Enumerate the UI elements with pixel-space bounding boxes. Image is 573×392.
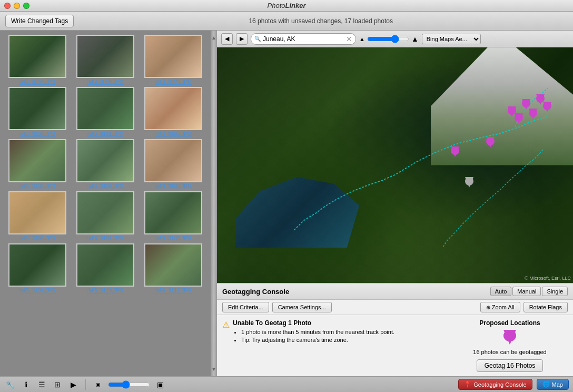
console-right: Proposed Locations 16 photos can be geot… bbox=[452, 319, 568, 372]
mode-auto-button[interactable]: Auto bbox=[490, 287, 512, 296]
geotagging-console-tab[interactable]: 📍 Geotagging Console bbox=[458, 379, 532, 390]
console-body: ⚠ Unable To Geotag 1 Photo 1 photo is mo… bbox=[217, 315, 573, 376]
main-toolbar: Write Changed Tags 16 photos with unsave… bbox=[0, 12, 573, 31]
zoom-all-button[interactable]: ⊕ Zoom All bbox=[480, 302, 520, 312]
photo-thumbnail bbox=[76, 87, 134, 130]
photo-item[interactable]: IMG_3098.JPG bbox=[72, 35, 138, 85]
photo-grid: IMG_3097.JPG IMG_3098.JPG IMG_3099.JPG I… bbox=[0, 31, 211, 298]
photo-item[interactable]: IMG_3100.JPG bbox=[4, 87, 70, 137]
photo-label: IMG_3098.JPG bbox=[87, 79, 124, 85]
map-marker[interactable] bbox=[543, 102, 551, 112]
write-tags-button[interactable]: Write Changed Tags bbox=[5, 15, 74, 27]
grid-view-icon[interactable]: ⊞ bbox=[52, 379, 63, 390]
map-type-select[interactable]: Bing Maps Ae... Bing Maps Road OpenStree… bbox=[422, 34, 481, 44]
photo-thumbnail bbox=[8, 243, 66, 287]
warning-title: Unable To Geotag 1 Photo bbox=[233, 319, 394, 327]
separator bbox=[85, 379, 86, 390]
map-background bbox=[217, 47, 573, 283]
window-controls bbox=[4, 3, 29, 9]
warning-list: 1 photo is more than 5 minutes from the … bbox=[233, 329, 394, 343]
map-marker-gray[interactable] bbox=[465, 177, 473, 188]
edit-criteria-button[interactable]: Edit Criteria... bbox=[222, 302, 269, 312]
photo-item[interactable]: IMG_3101.JPG bbox=[72, 87, 138, 137]
geotagging-console: Geotagging Console Auto Manual Single Ed… bbox=[217, 283, 573, 376]
console-header: Geotagging Console Auto Manual Single bbox=[217, 283, 573, 300]
svg-rect-5 bbox=[146, 88, 201, 129]
geotag-button[interactable]: Geotag 16 Photos bbox=[477, 359, 544, 372]
map-marker[interactable] bbox=[451, 146, 459, 157]
svg-rect-8 bbox=[146, 140, 201, 181]
map-attribution: © Microsoft, Esri, LLC bbox=[525, 276, 571, 281]
photo-thumbnail bbox=[8, 139, 66, 182]
warning-item: 1 photo is more than 5 minutes from the … bbox=[241, 329, 394, 335]
photo-thumbnail bbox=[76, 35, 134, 78]
mode-manual-button[interactable]: Manual bbox=[512, 287, 541, 296]
zoom-in-icon: ▲ bbox=[411, 35, 419, 43]
map-marker[interactable] bbox=[529, 109, 537, 119]
photo-thumbnail bbox=[8, 191, 66, 234]
rotate-flags-button[interactable]: Rotate Flags bbox=[523, 302, 568, 312]
photo-thumbnail bbox=[76, 191, 134, 234]
photo-item[interactable]: IMG_3107.JPG bbox=[72, 191, 138, 241]
svg-rect-9 bbox=[9, 192, 65, 233]
photo-item[interactable]: IMG_3108.JPG bbox=[141, 191, 206, 241]
photo-item[interactable]: IMG_3099.JPG bbox=[141, 35, 206, 85]
panel-divider: ▲ ▼ bbox=[211, 31, 217, 376]
photo-label: IMG_3108.JPG bbox=[155, 236, 192, 241]
photo-label: IMG_3103.JPG bbox=[19, 183, 55, 189]
info-icon[interactable]: ℹ bbox=[20, 379, 32, 390]
mode-buttons: Auto Manual Single bbox=[490, 287, 568, 296]
forward-button[interactable]: ▶ bbox=[236, 33, 248, 45]
map-tab-icon: 🌐 bbox=[542, 381, 550, 388]
back-button[interactable]: ◀ bbox=[221, 33, 233, 45]
marker-pin-gray-icon bbox=[465, 177, 473, 188]
photo-item[interactable]: IMG_3109.JPG bbox=[4, 243, 70, 293]
photo-item[interactable]: IMG_3106.JPG bbox=[4, 191, 70, 241]
search-box[interactable]: 🔍 ✕ bbox=[251, 33, 356, 45]
map-marker[interactable] bbox=[486, 137, 495, 148]
tools-icon[interactable]: 🔧 bbox=[4, 379, 16, 390]
photo-label: IMG_3099.JPG bbox=[155, 79, 192, 85]
photo-thumbnail bbox=[76, 139, 134, 182]
svg-rect-13 bbox=[78, 244, 133, 286]
console-left: ⚠ Unable To Geotag 1 Photo 1 photo is mo… bbox=[222, 319, 447, 372]
maximize-button[interactable] bbox=[23, 3, 29, 9]
photo-label: IMG_3105.JPG bbox=[155, 183, 192, 189]
photo-label: IMG_3104.JPG bbox=[87, 183, 124, 189]
camera-settings-button[interactable]: Camera Settings... bbox=[272, 302, 332, 312]
mode-single-button[interactable]: Single bbox=[542, 287, 568, 296]
photo-item[interactable]: IMG_3111.JPG bbox=[141, 243, 206, 293]
right-actions: ⊕ Zoom All Rotate Flags bbox=[480, 302, 568, 312]
svg-rect-3 bbox=[9, 88, 65, 129]
photo-thumbnail bbox=[8, 87, 66, 130]
close-button[interactable] bbox=[4, 3, 11, 9]
map-marker[interactable] bbox=[508, 106, 516, 117]
list-view-icon[interactable]: ☰ bbox=[36, 379, 47, 390]
photo-item[interactable]: IMG_3097.JPG bbox=[4, 35, 70, 85]
map-view[interactable]: © Microsoft, Esri, LLC bbox=[217, 47, 573, 283]
photo-item[interactable]: IMG_3105.JPG bbox=[141, 139, 206, 189]
photo-item[interactable]: IMG_3110.JPG bbox=[72, 243, 138, 293]
map-tab[interactable]: 🌐 Map bbox=[537, 379, 569, 390]
photo-item[interactable]: IMG_3104.JPG bbox=[72, 139, 138, 189]
photo-panel[interactable]: IMG_3097.JPG IMG_3098.JPG IMG_3099.JPG I… bbox=[0, 31, 211, 376]
photo-item[interactable]: IMG_3103.JPG bbox=[4, 139, 70, 189]
photo-label: IMG_3110.JPG bbox=[87, 288, 124, 293]
minimize-button[interactable] bbox=[14, 3, 20, 9]
photo-item[interactable]: IMG_3102.JPG bbox=[141, 87, 206, 137]
proposed-marker-icon bbox=[503, 330, 516, 345]
warning-block: ⚠ Unable To Geotag 1 Photo 1 photo is mo… bbox=[222, 319, 447, 345]
svg-rect-4 bbox=[78, 88, 133, 129]
marker-pin-icon bbox=[451, 146, 459, 157]
thumbnail-size-slider[interactable] bbox=[108, 380, 150, 389]
console-actions: Edit Criteria... Camera Settings... ⊕ Zo… bbox=[217, 300, 573, 315]
search-input[interactable] bbox=[263, 35, 346, 43]
zoom-slider[interactable] bbox=[367, 35, 409, 43]
slideshow-icon[interactable]: ▶ bbox=[67, 379, 79, 390]
search-clear-button[interactable]: ✕ bbox=[346, 35, 352, 43]
svg-rect-7 bbox=[78, 140, 133, 181]
marker-pin-icon bbox=[508, 106, 516, 117]
photo-label: IMG_3109.JPG bbox=[19, 288, 55, 293]
photo-thumbnail bbox=[144, 243, 202, 287]
marker-pin-icon bbox=[543, 102, 551, 112]
